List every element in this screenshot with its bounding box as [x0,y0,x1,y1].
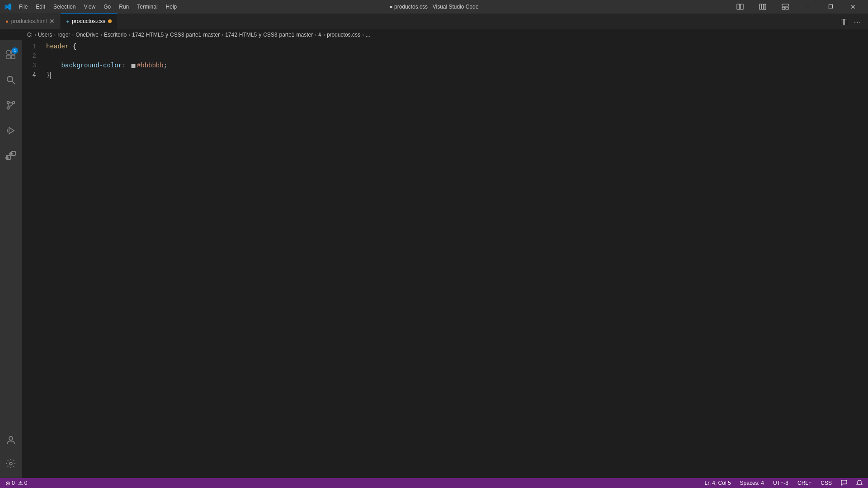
encoding-label: UTF-8 [773,480,788,486]
status-bar-left: ⊗ 0 ⚠ 0 [4,478,29,488]
svg-rect-1 [741,4,743,9]
token-brace-open: { [69,42,76,52]
tab-html-icon: ● [5,19,9,24]
status-bar: ⊗ 0 ⚠ 0 Ln 4, Col 5 Spaces: 4 UTF-8 CRLF… [0,478,868,488]
svg-rect-7 [786,7,788,9]
breadcrumb-sep-4: › [128,32,130,38]
code-editor[interactable]: 1 2 3 4 header { background-color: #bbbb… [22,40,868,478]
menu-go[interactable]: Go [100,2,114,11]
status-indent[interactable]: Spaces: 4 [738,478,766,488]
status-eol[interactable]: CRLF [796,478,813,488]
explorer-badge: 1 [12,47,18,54]
svg-rect-2 [760,4,761,9]
line-numbers: 1 2 3 4 [22,42,44,478]
code-line-3: background-color: #bbbbbb; [46,61,845,70]
menu-file[interactable]: File [15,2,31,11]
code-content[interactable]: header { background-color: #bbbbbb; } [44,42,845,478]
tabs-row: ● productos.html ✕ ● productos.css ··· [0,14,868,29]
breadcrumb-filename[interactable]: productos.css [327,32,360,38]
explorer-icon[interactable]: 1 [0,44,22,66]
breadcrumb-onedrive[interactable]: OneDrive [75,32,99,38]
token-color-value: #bbbbbb [137,61,164,70]
svg-rect-6 [782,7,785,9]
svg-point-24 [9,436,13,440]
breadcrumb-sep-2: › [72,32,74,38]
search-icon[interactable] [0,69,22,91]
maximize-btn[interactable]: ❐ [820,0,841,14]
breadcrumb-roger[interactable]: roger [57,32,70,38]
svg-point-16 [7,102,9,104]
svg-rect-9 [844,19,847,25]
window-controls: ─ ❐ ✕ [730,0,863,14]
code-line-1: header { [46,42,845,52]
tab-html-close[interactable]: ✕ [49,18,55,25]
tabs-right-controls: ··· [838,17,868,29]
status-notifications[interactable] [854,478,864,488]
menu-selection[interactable]: Selection [50,2,79,11]
breadcrumb-folder1[interactable]: 1742-HTML5-y-CSS3-parte1-master [132,32,220,38]
breadcrumb-sep-5: › [222,32,223,38]
status-bar-right: Ln 4, Col 5 Spaces: 4 UTF-8 CRLF CSS [703,478,864,488]
error-icon: ⊗ [5,480,10,487]
status-cursor-pos[interactable]: Ln 4, Col 5 [703,478,733,488]
color-swatch[interactable] [131,64,136,68]
tab-productos-css[interactable]: ● productos.css [61,13,118,29]
breadcrumb-folder2[interactable]: 1742-HTML5-y-CSS3-parte1-master [225,32,313,38]
layout-btn-3[interactable] [775,0,796,14]
layout-editor-btn[interactable] [730,0,750,14]
status-feedback[interactable] [839,478,849,488]
status-errors[interactable]: ⊗ 0 ⚠ 0 [4,478,29,488]
warning-count: 0 [24,480,28,486]
breadcrumb-drive[interactable]: C: [27,32,33,38]
status-encoding[interactable]: UTF-8 [771,478,790,488]
token-colon: : [122,61,130,70]
breadcrumb-escritorio[interactable]: Escritorio [104,32,127,38]
title-bar: File Edit Selection View Go Run Terminal… [0,0,868,14]
warning-icon: ⚠ [18,480,23,486]
tab-html-label: productos.html [11,18,47,24]
split-editor-btn[interactable] [838,17,850,27]
indent-label: Spaces: 4 [740,480,764,486]
line-num-2: 2 [26,52,40,61]
cursor-position-label: Ln 4, Col 5 [705,480,731,486]
title-bar-left: File Edit Selection View Go Run Terminal… [5,2,180,11]
breadcrumb-users[interactable]: Users [38,32,52,38]
svg-marker-20 [9,127,14,134]
menu-view[interactable]: View [80,2,99,11]
menu-terminal[interactable]: Terminal [133,2,161,11]
text-cursor [50,72,51,79]
settings-icon[interactable] [0,453,22,474]
menu-edit[interactable]: Edit [32,2,49,11]
svg-line-15 [12,81,15,84]
error-count: 0 [12,480,15,486]
source-control-icon[interactable] [0,94,22,116]
editor-area[interactable]: 1 2 3 4 header { background-color: #bbbb… [22,40,868,478]
layout-btn-2[interactable] [752,0,773,14]
menu-run[interactable]: Run [115,2,132,11]
tab-productos-html[interactable]: ● productos.html ✕ [0,13,61,29]
minimize-btn[interactable]: ─ [797,0,818,14]
minimap [845,42,868,478]
tab-css-icon: ● [66,19,69,24]
svg-rect-10 [7,51,10,54]
account-icon[interactable] [0,429,22,451]
svg-rect-4 [764,4,766,9]
run-debug-icon[interactable] [0,120,22,141]
close-btn[interactable]: ✕ [843,0,863,14]
breadcrumb-sep-7: › [323,32,325,38]
activity-bar: 1 [0,40,22,478]
svg-rect-5 [782,4,788,6]
breadcrumb-hash: # [318,32,321,38]
svg-rect-8 [841,19,844,25]
status-language[interactable]: CSS [819,478,834,488]
svg-rect-0 [737,4,740,9]
svg-point-25 [9,462,12,465]
more-actions-btn[interactable]: ··· [852,17,863,27]
svg-point-14 [7,76,13,82]
menu-help[interactable]: Help [162,2,181,11]
svg-point-18 [13,102,15,104]
breadcrumb-more[interactable]: ... [366,32,370,38]
extensions-icon[interactable] [0,145,22,167]
code-line-2 [46,52,845,61]
eol-label: CRLF [797,480,811,486]
